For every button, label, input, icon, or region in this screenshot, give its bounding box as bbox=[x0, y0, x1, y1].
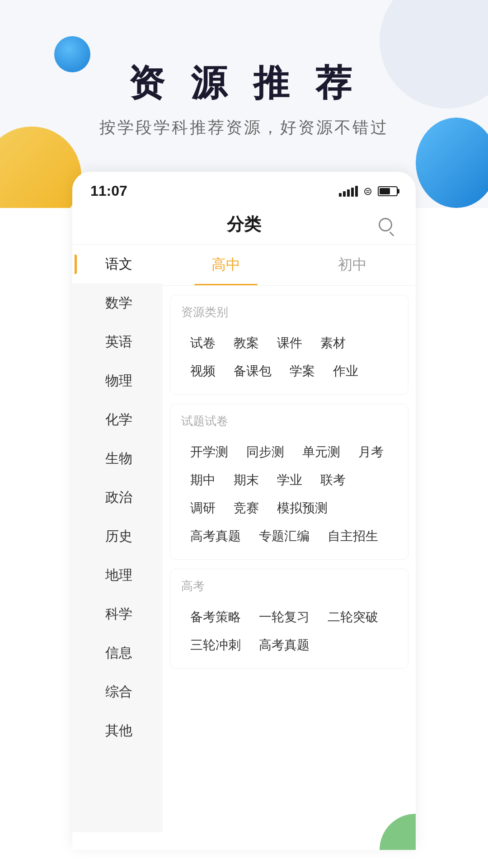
tag-学业[interactable]: 学业 bbox=[268, 466, 311, 494]
tag-高考真题[interactable]: 高考真题 bbox=[181, 522, 250, 550]
sidebar-item-化学[interactable]: 化学 bbox=[72, 400, 163, 439]
sidebar-item-其他[interactable]: 其他 bbox=[72, 711, 163, 750]
sidebar-item-综合[interactable]: 综合 bbox=[72, 672, 163, 711]
tag-三轮冲刺[interactable]: 三轮冲刺 bbox=[181, 631, 250, 659]
search-button[interactable] bbox=[373, 212, 398, 237]
sidebar-item-语文[interactable]: 语文 bbox=[72, 245, 163, 283]
hero-bg-decor-yellow bbox=[0, 127, 81, 208]
hero-title: 资 源 推 荐 bbox=[63, 63, 425, 103]
nav-bar: 分类 bbox=[72, 205, 416, 245]
hero-subtitle: 按学段学科推荐资源，好资源不错过 bbox=[63, 117, 425, 139]
tag-月考[interactable]: 月考 bbox=[349, 438, 393, 466]
tag-学案[interactable]: 学案 bbox=[281, 357, 324, 385]
subject-sidebar: 语文数学英语物理化学生物政治历史地理科学信息综合其他 bbox=[72, 245, 163, 832]
tags-grid: 试卷教案课件素材视频备课包学案作业 bbox=[181, 329, 397, 385]
content-layout: 语文数学英语物理化学生物政治历史地理科学信息综合其他 高中初中 资源类别试卷教案… bbox=[72, 245, 416, 832]
battery-icon bbox=[378, 186, 398, 196]
tag-联考[interactable]: 联考 bbox=[311, 466, 355, 494]
sidebar-item-物理[interactable]: 物理 bbox=[72, 361, 163, 400]
category-sections: 资源类别试卷教案课件素材视频备课包学案作业试题试卷开学测同步测单元测月考期中期末… bbox=[163, 295, 416, 669]
grade-tab-高中[interactable]: 高中 bbox=[163, 245, 289, 285]
sidebar-item-科学[interactable]: 科学 bbox=[72, 594, 163, 633]
sidebar-item-生物[interactable]: 生物 bbox=[72, 439, 163, 478]
tag-单元测[interactable]: 单元测 bbox=[293, 438, 349, 466]
phone-frame: 11:07 ⊜ 分类 语文数学英语物理化学生物 bbox=[72, 172, 416, 850]
tag-二轮突破[interactable]: 二轮突破 bbox=[319, 603, 387, 631]
tag-调研[interactable]: 调研 bbox=[181, 494, 225, 522]
tag-备课包[interactable]: 备课包 bbox=[225, 357, 281, 385]
sidebar-item-信息[interactable]: 信息 bbox=[72, 633, 163, 672]
tag-自主招生[interactable]: 自主招生 bbox=[319, 522, 387, 550]
tag-开学测[interactable]: 开学测 bbox=[181, 438, 237, 466]
tag-备考策略[interactable]: 备考策略 bbox=[181, 603, 250, 631]
sidebar-item-地理[interactable]: 地理 bbox=[72, 556, 163, 594]
hero-text-block: 资 源 推 荐 按学段学科推荐资源，好资源不错过 bbox=[63, 63, 425, 139]
category-section-资源类别: 资源类别试卷教案课件素材视频备课包学案作业 bbox=[170, 295, 408, 395]
tag-专题汇编[interactable]: 专题汇编 bbox=[250, 522, 319, 550]
sidebar-item-数学[interactable]: 数学 bbox=[72, 283, 163, 322]
tag-竞赛[interactable]: 竞赛 bbox=[225, 494, 268, 522]
sidebar-item-英语[interactable]: 英语 bbox=[72, 322, 163, 361]
sidebar-item-历史[interactable]: 历史 bbox=[72, 517, 163, 556]
category-section-试题试卷: 试题试卷开学测同步测单元测月考期中期末学业联考调研竞赛模拟预测高考真题专题汇编自… bbox=[170, 404, 408, 560]
tags-grid: 备考策略一轮复习二轮突破三轮冲刺高考真题 bbox=[181, 603, 397, 659]
wifi-icon: ⊜ bbox=[363, 185, 372, 198]
grade-tabs: 高中初中 bbox=[163, 245, 416, 286]
tag-作业[interactable]: 作业 bbox=[324, 357, 367, 385]
tag-期末[interactable]: 期末 bbox=[225, 466, 268, 494]
tag-期中[interactable]: 期中 bbox=[181, 466, 225, 494]
category-label: 资源类别 bbox=[181, 304, 397, 320]
nav-title: 分类 bbox=[227, 213, 261, 236]
tag-一轮复习[interactable]: 一轮复习 bbox=[250, 603, 319, 631]
tag-试卷[interactable]: 试卷 bbox=[181, 329, 225, 357]
grade-tab-初中[interactable]: 初中 bbox=[289, 245, 416, 285]
tag-课件[interactable]: 课件 bbox=[268, 329, 311, 357]
main-area: 高中初中 资源类别试卷教案课件素材视频备课包学案作业试题试卷开学测同步测单元测月… bbox=[163, 245, 416, 832]
status-bar: 11:07 ⊜ bbox=[72, 172, 416, 205]
sidebar-item-政治[interactable]: 政治 bbox=[72, 478, 163, 517]
tag-模拟预测[interactable]: 模拟预测 bbox=[268, 494, 337, 522]
tag-素材[interactable]: 素材 bbox=[311, 329, 355, 357]
tag-教案[interactable]: 教案 bbox=[225, 329, 268, 357]
tag-同步测[interactable]: 同步测 bbox=[237, 438, 293, 466]
tag-视频[interactable]: 视频 bbox=[181, 357, 225, 385]
category-label: 高考 bbox=[181, 578, 397, 594]
category-section-高考: 高考备考策略一轮复习二轮突破三轮冲刺高考真题 bbox=[170, 569, 408, 669]
signal-icon bbox=[339, 186, 358, 197]
hero-blue-arc bbox=[416, 118, 488, 208]
status-time: 11:07 bbox=[90, 183, 127, 199]
tags-grid: 开学测同步测单元测月考期中期末学业联考调研竞赛模拟预测高考真题专题汇编自主招生 bbox=[181, 438, 397, 550]
status-icons: ⊜ bbox=[339, 185, 398, 198]
category-label: 试题试卷 bbox=[181, 413, 397, 429]
search-icon bbox=[379, 218, 392, 231]
tag-高考真题[interactable]: 高考真题 bbox=[250, 631, 319, 659]
